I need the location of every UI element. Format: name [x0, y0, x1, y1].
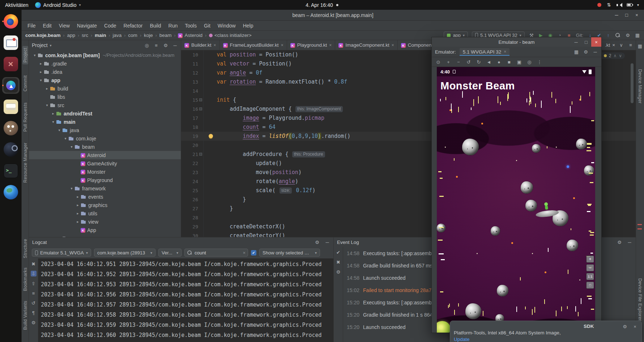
tree-item-main[interactable]: ▾main — [29, 118, 181, 126]
minimize-icon[interactable]: ─ — [571, 37, 581, 47]
gear-icon[interactable]: ⚙ — [622, 324, 628, 329]
close-icon[interactable]: × — [632, 12, 641, 18]
recording-indicator-icon[interactable] — [597, 3, 601, 7]
home-icon[interactable]: ● — [496, 59, 502, 65]
activities-button[interactable]: Aktivitäten — [5, 2, 29, 8]
snapshot-icon[interactable]: ◎ — [526, 59, 532, 65]
device-manager-icon[interactable]: ▦ — [637, 43, 643, 49]
tree-item-graphics[interactable]: ▸graphics — [29, 201, 181, 209]
emulator-screen[interactable]: Monster Beam 4:40 +−1:1□ — [437, 67, 595, 333]
intention-bulb-icon[interactable] — [209, 134, 213, 138]
settings-icon[interactable]: ⚙ — [163, 42, 169, 48]
rotate-right-icon[interactable]: ↻ — [476, 59, 482, 65]
git-push-icon[interactable]: ↑ — [605, 33, 611, 38]
menu-navigate[interactable]: Navigate — [73, 23, 101, 29]
update-link[interactable]: Update — [454, 337, 470, 342]
event-log-title[interactable]: Event Log — [337, 240, 359, 245]
breadcrumb-app[interactable]: app — [67, 33, 76, 38]
logcat-output[interactable]: 2023-04-04 16:40:12.951 28913-28945/com.… — [38, 258, 333, 342]
tab-imagecomponent-kt[interactable]: KImageComponent.kt× — [335, 40, 398, 50]
close-icon[interactable]: × — [591, 37, 601, 47]
gimp-launcher[interactable] — [2, 120, 20, 136]
hide-icon[interactable]: ─ — [627, 239, 632, 245]
rotate-left-icon[interactable]: ↺ — [466, 59, 472, 65]
volume-down-icon[interactable]: − — [456, 59, 461, 65]
breadcrumb-beam[interactable]: beam — [159, 33, 172, 38]
tool-stripe-device-file-explorer[interactable]: Device File Explorer — [637, 278, 643, 321]
zoom-reset-button[interactable]: 1:1 — [586, 273, 594, 280]
tab-builder-kt[interactable]: KBuilder.kt× — [181, 40, 220, 50]
scroll-to-start-icon[interactable]: ⇧ — [31, 280, 37, 286]
close-icon[interactable]: × — [632, 324, 638, 329]
menu-run[interactable]: Run — [165, 23, 182, 29]
breadcrumb-asteroid[interactable]: KAsteroid — [178, 33, 202, 38]
tool-stripe-build-variants[interactable]: Build Variants — [23, 301, 28, 330]
sdk-update-notification[interactable]: SDK ⚙ × Platform-Tools, Intel x86_64 Ato… — [450, 321, 642, 342]
tool-stripe-bookmarks[interactable]: Bookmarks — [23, 267, 28, 291]
volume-icon[interactable] — [617, 3, 622, 7]
close-icon[interactable]: × — [281, 43, 283, 48]
tree-item-asteroid[interactable]: KAsteroid — [29, 151, 181, 159]
tree-item-framework[interactable]: ▾framework — [29, 184, 181, 193]
menu-view[interactable]: View — [55, 23, 73, 29]
logcat-title[interactable]: Logcat — [32, 240, 47, 245]
settings-icon[interactable]: ⚙ — [617, 239, 622, 245]
clear-search-icon[interactable]: × — [243, 250, 246, 256]
terminal-launcher[interactable] — [2, 162, 20, 179]
hide-icon[interactable]: ─ — [592, 49, 598, 55]
fold-marker-icon[interactable] — [199, 98, 202, 101]
web-globe-launcher[interactable] — [2, 184, 20, 200]
tree-item-gradle[interactable]: ▸.gradle — [29, 59, 181, 68]
close-icon[interactable]: × — [504, 49, 506, 54]
project-panel-title[interactable]: Project — [32, 42, 48, 48]
settings-icon[interactable]: ⚙ — [583, 49, 589, 55]
more-icon[interactable]: ⋮ — [537, 59, 542, 65]
close-icon[interactable]: × — [329, 43, 332, 48]
steam-launcher[interactable] — [2, 141, 20, 158]
tool-stripe-pull-requests[interactable]: Pull Requests — [23, 102, 28, 132]
breadcrumb-koje[interactable]: koje — [144, 33, 153, 38]
next-issue-icon[interactable]: ∨ — [619, 53, 622, 58]
app-indicator[interactable]: Android Studio ▾ — [35, 2, 81, 8]
camera-icon[interactable]: ▣ — [516, 59, 522, 65]
zoom-fit-button[interactable]: □ — [586, 282, 594, 289]
tool-stripe-project[interactable]: Project — [22, 46, 28, 64]
logcat-level-select[interactable]: Ver... ▾ — [158, 249, 182, 257]
search-everywhere-icon[interactable] — [615, 33, 621, 38]
wrap-icon[interactable]: ≡ — [31, 290, 37, 296]
breadcrumb-com-koje-beam[interactable]: com.koje.beam — [25, 33, 61, 38]
zoom-out-button[interactable]: − — [586, 264, 594, 271]
close-icon[interactable]: × — [214, 43, 216, 48]
game-canvas[interactable]: Monster Beam — [437, 67, 595, 333]
clear-icon[interactable]: ✖ — [336, 259, 341, 265]
tree-item-playground[interactable]: KPlayground — [29, 176, 181, 184]
hide-icon[interactable]: ─ — [172, 42, 178, 48]
tree-item-beam[interactable]: ▾beam — [29, 143, 181, 151]
logcat-device-select[interactable]: Emulator 5.1_WVGA ▾ — [32, 249, 91, 257]
android-studio-launcher[interactable] — [2, 77, 20, 94]
tree-item-events[interactable]: ▸events — [29, 193, 181, 201]
red-x-app-launcher[interactable] — [2, 56, 20, 72]
menu-help[interactable]: Help — [239, 23, 257, 29]
collapse-icon[interactable]: ≡ — [153, 42, 159, 48]
scroll-to-end-icon[interactable]: ⇩ — [31, 271, 37, 276]
breadcrumb-class-initializer[interactable]: <class initializer> — [209, 33, 252, 38]
system-menu-chevron-icon[interactable]: ▾ — [637, 3, 639, 7]
tool-stripe-structure[interactable]: Structure — [23, 239, 28, 258]
settings-icon[interactable]: ⚙ — [31, 320, 37, 325]
tree-item-libs[interactable]: libs — [29, 93, 181, 101]
menu-edit[interactable]: Edit — [39, 23, 55, 29]
tab-overflow-fragment[interactable]: .kt × — [602, 40, 618, 50]
battery-icon[interactable] — [627, 3, 632, 7]
zoom-in-button[interactable]: + — [586, 256, 594, 263]
tree-item-monster[interactable]: KMonster — [29, 168, 181, 176]
tree-item-com-koje[interactable]: ▾com.koje — [29, 134, 181, 143]
project-tree[interactable]: ▾com.koje.beam [beam]~/Projects/Android/… — [29, 50, 181, 237]
emulator-device-tab[interactable]: 5.1 WVGA API 32 × — [460, 48, 510, 56]
maximize-icon[interactable]: □ — [622, 12, 631, 18]
menu-git[interactable]: Git — [200, 23, 214, 29]
editor-scrollbar[interactable] — [631, 63, 634, 103]
tree-item-java[interactable]: ▾java — [29, 126, 181, 134]
emulator-title-bar[interactable]: Emulator - beam ─□× — [432, 37, 601, 47]
tree-item-src[interactable]: ▾src — [29, 101, 181, 109]
